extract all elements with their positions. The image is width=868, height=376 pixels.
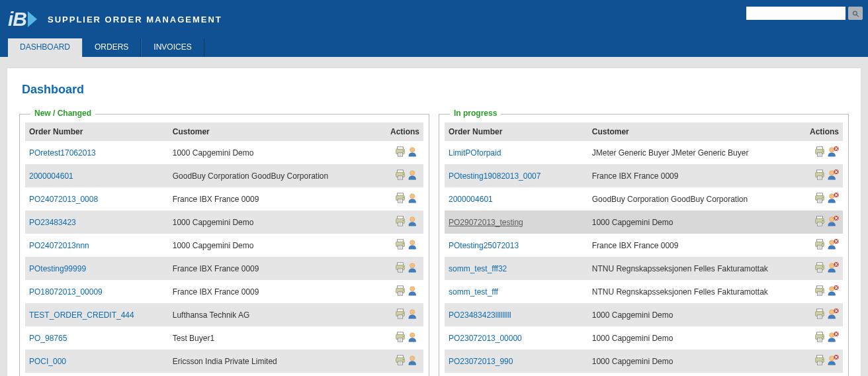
print-icon[interactable] [814, 215, 826, 229]
search-box [746, 7, 863, 20]
table-row: PO234834231000 Capgemini Demo [25, 211, 423, 234]
print-icon[interactable] [394, 261, 406, 275]
svg-point-126 [830, 287, 834, 291]
order-link[interactable]: POretest17062013 [29, 148, 96, 158]
actions-cell [801, 211, 843, 234]
tab-invoices[interactable]: INVOICES [141, 38, 204, 57]
user-icon[interactable] [408, 354, 419, 368]
svg-rect-61 [398, 338, 402, 342]
customer-cell: Ericsson India Private Limited [169, 350, 381, 373]
search-input[interactable] [746, 7, 846, 20]
user-alert-icon[interactable] [827, 215, 839, 229]
svg-point-122 [822, 289, 824, 291]
table-row: PO24072013_0008France IBX France 0009 [25, 187, 423, 211]
user-alert-icon[interactable] [827, 261, 839, 275]
order-link[interactable]: PO18072013_00009 [29, 287, 103, 297]
tab-dashboard[interactable]: DASHBOARD [8, 38, 82, 57]
user-icon[interactable] [408, 261, 419, 275]
table-row: PO29072013_testing1000 Capgemini Demo [445, 211, 843, 234]
svg-point-102 [830, 217, 834, 222]
print-icon[interactable] [814, 331, 826, 345]
user-icon[interactable] [408, 215, 419, 229]
customer-cell: Test Buyer1 [169, 326, 381, 350]
search-icon [852, 9, 859, 18]
user-alert-icon[interactable] [827, 331, 839, 345]
order-link[interactable]: POtesting19082013_0007 [449, 171, 541, 181]
print-icon[interactable] [394, 215, 406, 229]
col-order-number: Order Number [445, 122, 588, 141]
order-link[interactable]: POtesting25072013 [449, 241, 519, 250]
order-link[interactable]: somm_test_fff32 [449, 264, 507, 273]
print-icon[interactable] [814, 354, 826, 368]
svg-rect-131 [817, 315, 822, 318]
user-icon[interactable] [408, 192, 419, 206]
print-icon[interactable] [814, 285, 826, 299]
user-alert-icon[interactable] [827, 354, 839, 368]
order-link[interactable]: PO29072013_testing [449, 218, 523, 227]
print-icon[interactable] [394, 331, 406, 345]
svg-point-138 [822, 336, 824, 337]
order-link[interactable]: 2000004601 [29, 171, 73, 181]
user-icon[interactable] [408, 331, 419, 345]
print-icon[interactable] [814, 261, 826, 275]
print-icon[interactable] [394, 285, 406, 299]
order-link[interactable]: PO_98765 [29, 334, 67, 343]
user-icon[interactable] [408, 169, 419, 183]
order-link[interactable]: POtesting99999 [29, 264, 86, 273]
user-icon[interactable] [408, 146, 419, 160]
print-icon[interactable] [394, 192, 406, 206]
svg-point-130 [822, 312, 824, 314]
svg-rect-47 [398, 292, 402, 295]
tab-orders[interactable]: ORDERS [82, 38, 141, 57]
svg-point-22 [410, 194, 415, 199]
order-link[interactable]: POCI_000 [29, 357, 66, 366]
order-link[interactable]: PO23483423lllllllll [449, 310, 511, 320]
print-icon[interactable] [394, 146, 406, 160]
order-link[interactable]: TEST_ORDER_CREDIT_444 [29, 310, 134, 320]
col-actions: Actions [381, 122, 423, 141]
svg-rect-91 [817, 199, 822, 203]
order-link[interactable]: PO23072013_990 [449, 357, 513, 366]
search-button[interactable] [848, 7, 863, 20]
user-icon[interactable] [408, 308, 419, 322]
table-row: PO23072013_000001000 Capgemini Demo [445, 326, 843, 350]
user-icon[interactable] [408, 238, 419, 252]
panel-legend-in-progress: In progress [450, 109, 501, 118]
print-icon[interactable] [394, 354, 406, 368]
user-alert-icon[interactable] [827, 146, 839, 160]
table-row: 2000004601GoodBuy Corporation GoodBuy Co… [445, 187, 843, 211]
actions-cell [381, 211, 423, 234]
order-link[interactable]: PO23072013_00000 [449, 334, 522, 343]
order-link[interactable]: somm_test_fff [449, 287, 498, 297]
customer-cell: 1000 Capgemini Demo [169, 141, 381, 164]
svg-point-110 [830, 240, 834, 245]
order-link[interactable]: 2000004601 [449, 195, 493, 204]
table-row: PO23072013_9901000 Capgemini Demo [445, 350, 843, 373]
user-alert-icon[interactable] [827, 238, 839, 252]
order-link[interactable]: PO24072013_0008 [29, 195, 98, 204]
print-icon[interactable] [394, 238, 406, 252]
user-alert-icon[interactable] [827, 285, 839, 299]
order-link[interactable]: PO23483423 [29, 218, 76, 227]
user-icon[interactable] [408, 285, 419, 299]
svg-point-146 [822, 359, 824, 360]
user-alert-icon[interactable] [827, 192, 839, 206]
customer-cell: NTNU Regnskapsseksjonen Felles Fakturamo… [588, 280, 801, 303]
print-icon[interactable] [814, 238, 826, 252]
print-icon[interactable] [394, 308, 406, 322]
customer-cell: 1000 Capgemini Demo [588, 326, 801, 350]
actions-cell [801, 326, 843, 350]
user-alert-icon[interactable] [827, 169, 839, 183]
print-icon[interactable] [814, 146, 826, 160]
svg-point-43 [410, 263, 415, 268]
order-link[interactable]: LimitPOforpaid [449, 148, 501, 158]
svg-point-98 [822, 220, 824, 221]
print-icon[interactable] [814, 192, 826, 206]
print-icon[interactable] [814, 308, 826, 322]
print-icon[interactable] [394, 169, 406, 183]
app-logo: iB [8, 8, 37, 30]
print-icon[interactable] [814, 169, 826, 183]
order-link[interactable]: PO24072013nnn [29, 241, 89, 250]
svg-point-18 [403, 197, 404, 198]
user-alert-icon[interactable] [827, 308, 839, 322]
